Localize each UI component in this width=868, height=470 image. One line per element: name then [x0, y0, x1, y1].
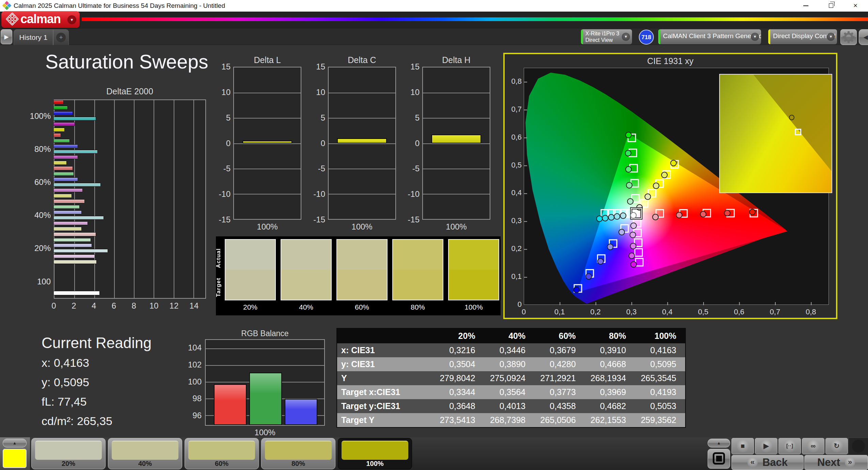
cie-measured-point — [630, 232, 636, 238]
cie-y-tick: 0,1 — [507, 272, 522, 281]
swatch-label: 100% — [448, 303, 499, 311]
meter-mode: Direct View — [585, 37, 613, 43]
table-cell: 0,3679 — [534, 343, 585, 357]
table-row: y: CIE310,35040,38900,42800,46680,5095 — [337, 357, 685, 371]
inset-measured-circle — [789, 115, 794, 120]
display-control-name: Direct Display Control — [773, 32, 836, 40]
table-row: Target Y273,5413268,7398265,0506262,1553… — [337, 413, 685, 427]
table-cell: 0,3504 — [434, 357, 484, 371]
restore-button[interactable] — [823, 0, 839, 12]
cie-x-tick: 0,4 — [659, 308, 676, 316]
table-cell: 0,3446 — [484, 343, 535, 357]
saturation-swatch — [448, 239, 499, 300]
cie-inset-shade — [720, 75, 832, 192]
reading-cdm2: cd/m²: 265,35 — [42, 414, 112, 428]
close-button[interactable]: × — [848, 0, 863, 12]
window-pattern-button[interactable] — [708, 449, 730, 469]
loop-button[interactable]: ∞ — [802, 438, 824, 454]
minimize-button[interactable] — [798, 0, 814, 12]
delta-chart-plot — [233, 67, 301, 220]
step-icon: [··] — [784, 440, 796, 452]
cie-measured-point — [631, 223, 636, 229]
cie-1931-panel[interactable]: CIE 1931 xy 00,10,20,30,40,50,60,70,800,… — [503, 53, 837, 319]
deltae-bar — [54, 210, 82, 214]
deltae-bar — [54, 183, 101, 187]
cie-chart-title: CIE 1931 xy — [505, 56, 836, 66]
pattern-button-100%[interactable]: 100% — [338, 438, 412, 469]
step-button[interactable]: [··] — [778, 438, 801, 454]
reading-x: x: 0,4163 — [42, 356, 89, 370]
play-button[interactable]: ▶ — [755, 438, 777, 454]
deltae-bar — [54, 232, 96, 236]
deltae-bar — [54, 260, 97, 264]
delta-gridline — [234, 194, 301, 194]
delta-gridline — [329, 169, 395, 169]
meter-dropdown[interactable]: X-Rite i1Pro 3 Direct View ▼ — [581, 29, 632, 44]
deltae-group: 40% — [27, 199, 206, 232]
deltae-group: 100% — [27, 99, 206, 132]
deltae-group-label: 40% — [27, 210, 54, 220]
pattern-button-60%[interactable]: 60% — [185, 438, 259, 469]
back-button[interactable]: « Back — [731, 455, 804, 470]
collapse-panel-button[interactable]: ◀ — [859, 29, 868, 45]
back-label: Back — [762, 456, 788, 469]
table-cell: 0,3564 — [484, 385, 535, 399]
table-cell: 262,1553 — [585, 413, 635, 427]
pattern-label: 60% — [185, 460, 258, 468]
pattern-swatch — [342, 441, 408, 460]
table-header-cell: 40% — [484, 329, 535, 343]
actual-row-label: Actual — [215, 241, 224, 275]
settings-button[interactable] — [840, 29, 857, 45]
delta-y-tick: -5 — [400, 164, 420, 173]
swatch-label: 60% — [336, 303, 388, 311]
pattern-button-20%[interactable]: 20% — [31, 438, 106, 469]
cie-measured-point — [724, 210, 730, 216]
next-button[interactable]: Next » — [804, 455, 868, 470]
pattern-button-40%[interactable]: 40% — [108, 438, 182, 469]
delta-y-tick: -15 — [211, 215, 231, 224]
cie-y-tick: 0,4 — [507, 188, 522, 197]
add-tab-button[interactable]: + — [53, 29, 69, 45]
pattern-button-80%[interactable]: 80% — [261, 438, 335, 469]
delta-gridline — [234, 118, 301, 119]
table-header-cell: 80% — [585, 329, 635, 343]
logo-menu-caret-icon[interactable]: ▼ — [67, 15, 76, 24]
cie-y-tick: 0,7 — [507, 105, 522, 114]
tab-scroll-button[interactable]: ▶ — [1, 29, 12, 44]
pattern-generator-dropdown[interactable]: CalMAN Client 3 Pattern Generator ▼ — [658, 29, 761, 44]
display-control-dropdown[interactable]: Direct Display Control ▼ — [768, 29, 837, 44]
deltae-bar — [54, 133, 61, 137]
rgb-gridline — [206, 348, 324, 349]
collapse-transport-button[interactable]: ▲ — [708, 439, 730, 448]
swatch-actual — [281, 240, 331, 270]
cie-y-tick: 0,8 — [507, 77, 522, 86]
deltae-bar — [54, 117, 96, 121]
deltae-bar — [54, 216, 104, 220]
deltae-x-tick: 2 — [67, 301, 81, 311]
luminance-badge: 718 — [639, 30, 654, 45]
calman-logo-button[interactable]: calman ▼ — [1, 11, 80, 28]
meter-name: X-Rite i1Pro 3 — [585, 31, 619, 37]
table-cell: 0,4668 — [585, 357, 635, 371]
cie-y-tick: 0,6 — [507, 133, 522, 142]
table-row: x: CIE310,32160,34460,36790,39100,4163 — [337, 343, 685, 357]
cie-measured-point — [676, 212, 682, 218]
table-cell: 0,4193 — [635, 385, 685, 399]
deltae-bar — [54, 188, 83, 192]
delta-x-label: 100% — [422, 222, 490, 232]
stop-icon: ■ — [737, 440, 749, 452]
collapse-strip-button[interactable]: ▲ — [3, 439, 27, 448]
refresh-button[interactable]: ↻ — [825, 438, 848, 454]
table-cell: 0,4682 — [585, 399, 635, 413]
stop-button[interactable]: ■ — [731, 438, 754, 454]
tab-history-1[interactable]: History 1 — [14, 29, 53, 45]
deltae-group-label: 80% — [27, 144, 54, 154]
deltae-bar — [54, 161, 67, 164]
cie-y-tick: 0,5 — [507, 161, 522, 170]
play-icon: ▶ — [760, 440, 773, 452]
deltae-group-bars — [54, 99, 206, 132]
swatch-target — [281, 270, 331, 300]
title-bar: Calman 2025 Calman Ultimate for Business… — [0, 0, 868, 12]
table-cell: 0,5095 — [635, 357, 685, 371]
deltae-x-tick: 4 — [87, 301, 101, 311]
